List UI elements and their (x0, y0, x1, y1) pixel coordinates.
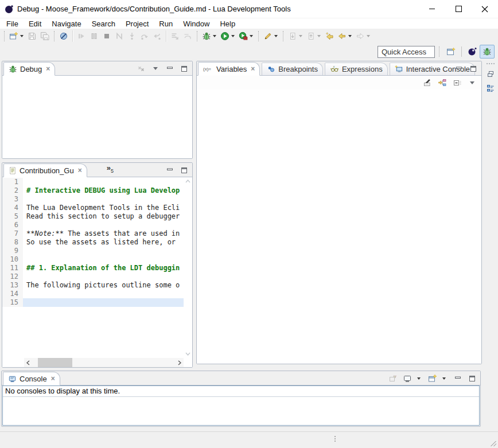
step-filters-config-button[interactable] (181, 30, 194, 42)
restore-view-button[interactable] (486, 69, 495, 79)
minimize-window-button[interactable] (419, 0, 445, 18)
editor-vertical-scrollbar[interactable] (184, 177, 192, 358)
run-dropdown[interactable] (231, 35, 235, 37)
forward-button[interactable] (354, 30, 367, 42)
menu-edit[interactable]: Edit (24, 20, 46, 28)
close-tab-icon[interactable]: × (46, 65, 50, 72)
debug-button[interactable] (200, 30, 213, 42)
close-window-button[interactable] (472, 0, 498, 18)
external-tools-button[interactable] (237, 30, 250, 42)
close-tab-icon[interactable]: × (51, 375, 55, 382)
skip-all-breakpoints-button[interactable] (57, 30, 70, 42)
step-return-button[interactable] (151, 30, 164, 42)
maximize-view-button[interactable] (180, 64, 189, 73)
external-tools-dropdown[interactable] (250, 35, 253, 37)
toolbar-grip[interactable] (4, 31, 5, 41)
editor-line[interactable]: 9 (2, 247, 184, 255)
maximize-view-button[interactable] (180, 166, 189, 175)
back-dropdown[interactable] (348, 35, 352, 37)
toolbar-grip[interactable] (54, 31, 55, 41)
maximize-view-button[interactable] (468, 374, 477, 383)
minimize-view-button[interactable] (453, 374, 462, 383)
menu-file[interactable]: File (1, 20, 24, 28)
toolbar-grip[interactable] (283, 31, 283, 41)
outline-view-button[interactable] (486, 84, 495, 93)
lua-pen-dropdown[interactable] (274, 35, 278, 37)
tab-debug[interactable]: Debug × (3, 62, 55, 76)
scrollbar-thumb[interactable] (38, 358, 72, 367)
minimize-view-button[interactable] (454, 64, 464, 73)
new-wizard-dropdown[interactable] (20, 35, 24, 37)
tab-breakpoints[interactable]: Breakpoints (262, 63, 323, 75)
save-button[interactable] (26, 30, 38, 42)
maximize-window-button[interactable] (445, 0, 472, 18)
menu-window[interactable]: Window (178, 20, 215, 28)
open-console-button[interactable] (428, 374, 437, 383)
editor-line[interactable]: 7**Note:** The assets that are used in (2, 229, 184, 238)
previous-annotation-dropdown[interactable] (317, 35, 321, 37)
editor-horizontal-scrollbar[interactable] (24, 358, 184, 367)
display-console-dropdown[interactable] (417, 377, 421, 380)
drag-handle[interactable] (487, 63, 495, 64)
maximize-view-button[interactable] (469, 64, 478, 73)
scroll-down-icon[interactable] (185, 352, 190, 356)
scroll-right-icon[interactable] (176, 358, 184, 367)
debug-perspective-button[interactable] (480, 45, 495, 59)
new-wizard-button[interactable] (7, 30, 20, 42)
editor-line[interactable]: 11## 1. Explanation of the LDT debuggin (2, 264, 184, 272)
step-over-button[interactable] (138, 30, 151, 42)
step-into-button[interactable] (126, 30, 138, 42)
next-annotation-dropdown[interactable] (299, 35, 302, 37)
editor-line[interactable]: 15 (2, 298, 184, 307)
editor-line[interactable]: 3 (2, 195, 184, 204)
resume-button[interactable] (75, 30, 88, 42)
menu-help[interactable]: Help (215, 20, 240, 28)
status-drag-handle[interactable] (334, 436, 336, 442)
scroll-left-icon[interactable] (24, 358, 32, 367)
disconnect-button[interactable] (113, 30, 126, 42)
minimize-view-button[interactable] (165, 166, 174, 175)
menu-navigate[interactable]: Navigate (46, 20, 86, 28)
close-tab-icon[interactable]: × (78, 167, 82, 174)
tab-expressions[interactable]: x Expressions (325, 63, 388, 75)
editor-line[interactable]: 6 (2, 221, 184, 229)
editor-content[interactable]: 12# Interactive DEBUG using Lua Develop3… (2, 177, 192, 367)
editor-line[interactable]: 1 (2, 178, 184, 186)
view-menu-button[interactable] (151, 64, 160, 73)
close-tab-icon[interactable]: × (251, 65, 255, 72)
scroll-up-icon[interactable] (185, 180, 190, 183)
previous-annotation-button[interactable] (305, 30, 317, 42)
run-button[interactable] (219, 30, 231, 42)
lua-pen-button[interactable] (262, 30, 274, 42)
editor-line[interactable]: 8So use the assets as listed here, or (2, 238, 184, 247)
window-resize-grip[interactable] (491, 441, 496, 446)
menu-project[interactable]: Project (120, 20, 154, 28)
show-type-names-button[interactable] (423, 78, 432, 87)
tab-contribution-guide[interactable]: Contribution_Gu × (3, 163, 87, 177)
quick-access-field[interactable]: Quick Access (378, 46, 435, 58)
editor-line[interactable]: 12 (2, 272, 184, 281)
last-edit-location-button[interactable] (323, 30, 336, 42)
display-selected-console-button[interactable] (403, 374, 412, 383)
open-perspective-button[interactable] (443, 45, 458, 59)
menu-run[interactable]: Run (154, 20, 178, 28)
lua-perspective-button[interactable] (465, 45, 480, 59)
forward-dropdown[interactable] (367, 35, 370, 37)
toolbar-grip[interactable] (439, 46, 439, 57)
editor-line[interactable]: 13The following pictures outline some o (2, 281, 184, 290)
view-menu-button[interactable] (468, 78, 477, 87)
use-step-filters-button[interactable] (169, 30, 181, 42)
debug-dropdown[interactable] (213, 35, 216, 37)
tab-variables[interactable]: (x)= Variables × (198, 62, 260, 76)
minimize-view-button[interactable] (165, 64, 174, 73)
pin-console-button[interactable] (388, 374, 398, 383)
toolbar-grip[interactable] (197, 31, 197, 41)
next-annotation-button[interactable] (286, 30, 299, 42)
collapse-all-button[interactable] (453, 78, 462, 87)
menu-search[interactable]: Search (87, 20, 120, 28)
show-logical-structures-button[interactable] (438, 78, 447, 87)
editor-line[interactable]: 5Read this section to setup a debugger (2, 212, 184, 221)
tab-console[interactable]: Console × (3, 372, 60, 385)
editor-line[interactable]: 2# Interactive DEBUG using Lua Develop (2, 186, 184, 195)
back-button[interactable] (336, 30, 348, 42)
